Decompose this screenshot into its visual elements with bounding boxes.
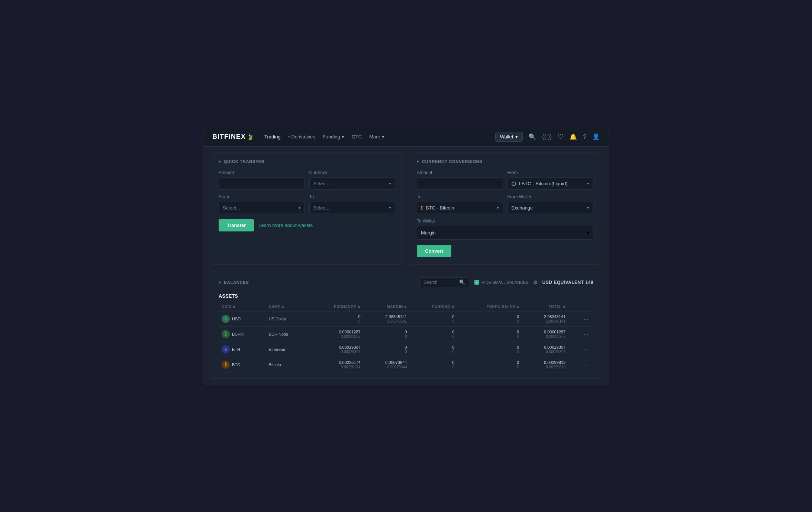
- cell-total: 2.08345141 2.08345141: [522, 311, 568, 327]
- from-chevron: ▾: [299, 205, 301, 210]
- conv-amount-group: Amount: [417, 170, 503, 190]
- cell-more[interactable]: ···: [568, 311, 593, 327]
- navbar: BITFINEX 🍃 Trading ● Derivatives Funding…: [203, 127, 609, 147]
- hide-small-checkbox[interactable]: ✓: [474, 280, 479, 285]
- col-funding[interactable]: FUNDING ⇅: [410, 303, 457, 311]
- coin-sort-icon: ⇅: [233, 305, 236, 309]
- cell-total: 0.00299818 0.00299818: [522, 357, 568, 372]
- amount-input[interactable]: [219, 177, 305, 190]
- balances-right: ✓ HIDE SMALL BALANCES ⚙ USD EQUIVALENT 1…: [474, 279, 593, 285]
- nav-funding[interactable]: Funding ▾: [323, 134, 344, 140]
- usd-equivalent: USD EQUIVALENT 149: [542, 280, 594, 285]
- from-label: From: [219, 194, 305, 199]
- coin-symbol: BTC: [232, 362, 240, 367]
- more-button[interactable]: ···: [581, 346, 590, 353]
- to-wallet-group: To Wallet Margin ▾: [417, 218, 593, 240]
- to-select[interactable]: Select... ▾: [309, 202, 396, 214]
- settings-icon[interactable]: ⚙: [533, 279, 538, 285]
- from-wallet-group: From Wallet Exchange ▾: [508, 194, 594, 214]
- transfer-actions: Transfer Learn more about wallets: [219, 219, 395, 231]
- search-input[interactable]: [423, 280, 457, 285]
- cell-name: US Dollar: [266, 311, 309, 327]
- from-select[interactable]: Select... ▾: [219, 202, 305, 214]
- coin-symbol: USD: [232, 317, 241, 321]
- col-token-sales[interactable]: TOKEN SALES ⇅: [457, 303, 522, 311]
- shield-icon[interactable]: 🛡: [558, 134, 564, 140]
- convert-button[interactable]: Convert: [417, 245, 451, 257]
- quick-transfer-collapse-icon[interactable]: ▾: [219, 159, 221, 164]
- table-wrap: COIN ⇅ NAME ⇅ EXCHANGE ⇅ MARGIN ⇅ FUNDIN…: [219, 303, 593, 372]
- coin-symbol: BCHN: [232, 332, 244, 336]
- currency-label: Currency: [309, 170, 396, 175]
- conv-from-group: From LBTC - Bitcoin (Liquid) ▾: [508, 170, 594, 190]
- main-content: ▾ QUICK TRANSFER Amount Currency Select.…: [203, 147, 609, 385]
- col-name[interactable]: NAME ⇅: [266, 303, 309, 311]
- exchange-sort-icon: ⇅: [358, 305, 361, 309]
- col-margin[interactable]: MARGIN ⇅: [364, 303, 410, 311]
- nav-derivatives[interactable]: ● Derivatives: [288, 134, 315, 140]
- conv-amount-input[interactable]: [417, 177, 503, 190]
- quick-transfer-panel: ▾ QUICK TRANSFER Amount Currency Select.…: [211, 153, 403, 265]
- coin-icon: ₿: [222, 361, 230, 369]
- search-box: 🔍: [419, 277, 469, 287]
- more-button[interactable]: ···: [581, 361, 590, 368]
- more-button[interactable]: ···: [581, 330, 590, 338]
- col-exchange[interactable]: EXCHANGE ⇅: [309, 303, 363, 311]
- cell-name: Ethereum: [266, 342, 309, 357]
- currency-select[interactable]: Select... ▾: [309, 177, 396, 190]
- logo: BITFINEX 🍃: [212, 133, 254, 141]
- wallet-chevron: ▾: [515, 134, 518, 140]
- cell-more[interactable]: ···: [568, 342, 593, 357]
- hide-small-balances[interactable]: ✓ HIDE SMALL BALANCES: [474, 280, 529, 285]
- amount-label: Amount: [219, 170, 305, 175]
- cell-coin: ₿ BTC: [219, 357, 266, 372]
- quick-transfer-title: QUICK TRANSFER: [224, 159, 265, 164]
- nav-more[interactable]: More ▾: [369, 134, 384, 140]
- checkbox-check-icon: ✓: [475, 281, 478, 284]
- cell-funding: 0 0: [410, 342, 457, 357]
- from-to-row: From Select... ▾ To Select... ▾: [219, 194, 395, 214]
- conv-from-select[interactable]: LBTC - Bitcoin (Liquid) ▾: [508, 177, 594, 190]
- currency-conversions-collapse-icon[interactable]: ▾: [417, 159, 419, 164]
- from-wallet-chevron: ▾: [587, 205, 589, 210]
- col-total[interactable]: TOTAL ⇅: [522, 303, 568, 311]
- token-sort-icon: ⇅: [516, 305, 519, 309]
- user-icon[interactable]: 👤: [592, 133, 600, 140]
- balances-title: BALANCES: [224, 280, 249, 285]
- table-row: ₿ BTC Bitcoin 0.00226174 0.00226174 0.00…: [219, 357, 593, 372]
- col-coin[interactable]: COIN ⇅: [219, 303, 266, 311]
- conv-to-select[interactable]: ₿ BTC - Bitcoin ▾: [417, 202, 503, 214]
- to-label: To: [309, 194, 396, 199]
- balances-header: ▾ BALANCES 🔍 ✓ HIDE SMALL BALANCES: [219, 277, 593, 287]
- cell-coin: ₿ BCHN: [219, 327, 266, 342]
- cell-coin: $ USD: [219, 311, 266, 327]
- nav-otc[interactable]: OTC: [352, 134, 362, 140]
- wallet-button[interactable]: Wallet ▾: [495, 132, 523, 142]
- cell-more[interactable]: ···: [568, 327, 593, 342]
- cell-token-sales: 0 0: [457, 311, 522, 327]
- balances-collapse-icon[interactable]: ▾: [219, 280, 221, 285]
- to-wallet-select[interactable]: Margin ▾: [417, 226, 593, 240]
- to-chevron: ▾: [389, 205, 391, 210]
- bell-icon[interactable]: 🔔: [570, 133, 577, 140]
- nav-trading[interactable]: Trading: [264, 134, 281, 140]
- from-wallet-select[interactable]: Exchange ▾: [508, 202, 594, 214]
- cell-exchange: 0 0: [309, 311, 363, 327]
- cell-more[interactable]: ···: [568, 357, 593, 372]
- table-header: COIN ⇅ NAME ⇅ EXCHANGE ⇅ MARGIN ⇅ FUNDIN…: [219, 303, 593, 311]
- amount-currency-row: Amount Currency Select... ▾: [219, 170, 395, 190]
- nav-items: Trading ● Derivatives Funding ▾ OTC More…: [264, 134, 495, 140]
- transfer-button[interactable]: Transfer: [219, 219, 254, 231]
- cell-token-sales: 0 0: [457, 357, 522, 372]
- btc-icon: ₿: [421, 205, 423, 211]
- cell-exchange: 0.00001287 0.00001287: [309, 327, 363, 342]
- help-icon[interactable]: ?: [583, 134, 586, 140]
- conv-amount-from-row: Amount From LBTC - Bitcoin (Liquid) ▾: [417, 170, 593, 190]
- total-sort-icon: ⇅: [563, 305, 566, 309]
- learn-more-link[interactable]: Learn more about wallets: [258, 223, 313, 228]
- cell-total: 0.00029307 0.00029307: [522, 342, 568, 357]
- signal-icon[interactable]: ((·)): [542, 134, 552, 140]
- more-button[interactable]: ···: [581, 315, 590, 323]
- search-icon[interactable]: 🔍: [529, 133, 536, 140]
- leaf-icon: 🍃: [246, 133, 254, 140]
